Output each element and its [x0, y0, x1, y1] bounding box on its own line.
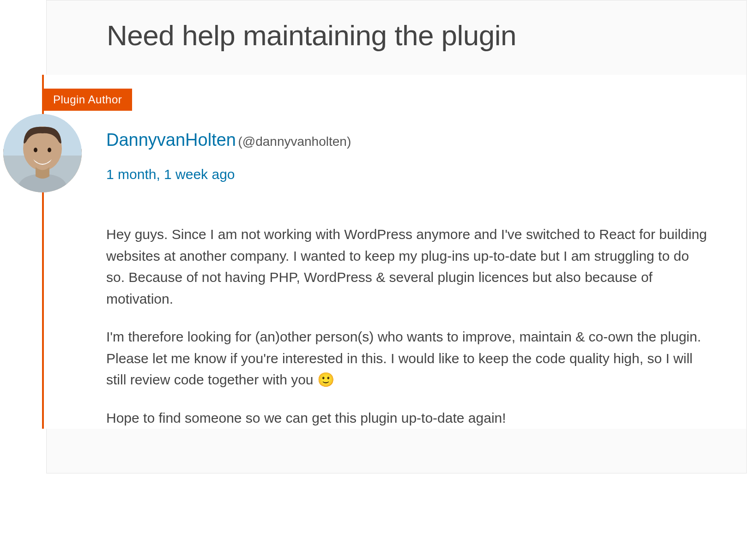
post-paragraph: I'm therefore looking for (an)other pers…	[106, 326, 709, 391]
post-content: Hey guys. Since I am not working with Wo…	[106, 210, 709, 429]
svg-point-5	[48, 148, 51, 152]
author-row: DannyvanHolten (@dannyvanholten)	[106, 75, 709, 167]
forum-post-card: Need help maintaining the plugin Plugin …	[46, 0, 747, 473]
svg-point-4	[34, 148, 37, 152]
author-avatar[interactable]	[3, 114, 82, 192]
author-handle: (@dannyvanholten)	[238, 134, 351, 149]
post-timestamp-link[interactable]: 1 month, 1 week ago	[106, 167, 235, 210]
post-paragraph: Hope to find someone so we can get this …	[106, 407, 709, 429]
author-name-link[interactable]: DannyvanHolten	[106, 130, 236, 150]
post-body-wrap: Plugin Author	[42, 75, 746, 429]
author-role-badge: Plugin Author	[43, 89, 132, 111]
post-title: Need help maintaining the plugin	[47, 0, 746, 75]
avatar-icon	[3, 114, 82, 192]
post-paragraph: Hey guys. Since I am not working with Wo…	[106, 224, 709, 310]
